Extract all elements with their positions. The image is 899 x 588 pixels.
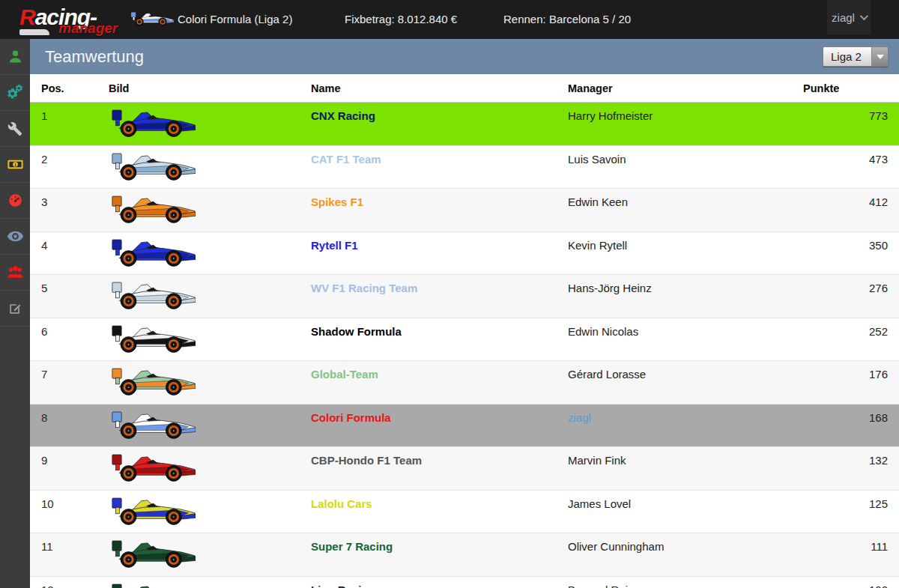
race-progress-label: Rennen: Barcelona 5 / 20 <box>503 0 631 39</box>
position-cell: 12 <box>30 577 109 588</box>
table-row[interactable]: 9 CBP-Hondo F1 TeamMarvin Fink132 <box>30 447 899 491</box>
current-team-label: Colori Formula (Liga 2) <box>178 0 292 39</box>
main-content: Teamwertung Liga 2 Pos. Bild Name Manage… <box>30 39 899 588</box>
points-cell: 132 <box>803 447 899 490</box>
user-menu-label: ziagl <box>832 11 855 24</box>
sidebar-item-user[interactable] <box>0 39 30 75</box>
triangle-down-icon <box>877 55 884 59</box>
select-arrow-button[interactable] <box>871 47 888 66</box>
manager-name: Bernard Ruiss <box>568 577 803 588</box>
position-cell: 3 <box>30 189 109 231</box>
position-cell: 10 <box>30 491 109 533</box>
position-cell: 2 <box>30 146 109 189</box>
app-logo: Racing- manager <box>19 4 132 37</box>
position-cell: 4 <box>30 232 109 275</box>
manager-name: Gérard Lorasse <box>568 361 803 404</box>
team-car-image <box>109 232 311 275</box>
logo-subtext: manager <box>58 20 118 37</box>
team-name-link[interactable]: Spikes F1 <box>311 189 568 231</box>
manager-name: Edwin Keen <box>568 189 803 231</box>
position-cell: 1 <box>30 103 109 145</box>
sidebar-item-finances[interactable]: 1 <box>0 147 30 183</box>
table-row[interactable]: 3 Spikes F1Edwin Keen412 <box>30 189 899 232</box>
team-name-link[interactable]: Super 7 Racing <box>311 533 568 576</box>
points-cell: 412 <box>803 189 899 231</box>
sidebar-item-settings[interactable] <box>0 75 30 111</box>
manager-name: ziagl <box>568 404 803 447</box>
manager-name: James Lovel <box>568 491 803 533</box>
chevron-down-icon <box>860 12 868 20</box>
points-cell: 125 <box>803 491 899 533</box>
logo-text: R <box>19 4 35 29</box>
position-cell: 8 <box>30 404 109 447</box>
standings-body: 1 CNX RacingHarry Hofmeister7732 <box>30 103 899 588</box>
gauge-icon <box>7 193 23 208</box>
table-row[interactable]: 4 Rytell F1Kevin Rytell350 <box>30 232 899 276</box>
team-name-link[interactable]: Colori Formula <box>311 404 568 447</box>
points-cell: 252 <box>803 318 899 361</box>
table-row[interactable]: 8 Colori Formulaziagl168 <box>30 404 899 448</box>
table-row[interactable]: 1 CNX RacingHarry Hofmeister773 <box>30 103 899 146</box>
points-cell: 176 <box>803 361 899 404</box>
sidebar-item-telemetry[interactable] <box>0 183 30 219</box>
sidebar-item-observe[interactable] <box>0 219 30 255</box>
svg-text:1: 1 <box>13 162 16 167</box>
position-cell: 5 <box>30 275 109 318</box>
points-cell: 100 <box>803 577 899 588</box>
league-select-value: Liga 2 <box>823 47 871 66</box>
points-cell: 276 <box>803 275 899 318</box>
sidebar-item-edit[interactable] <box>0 291 30 327</box>
table-row[interactable]: 7 Global-TeamGérard Lorasse176 <box>30 361 899 404</box>
team-car-image <box>109 275 311 318</box>
team-car-image <box>109 533 311 576</box>
table-row[interactable]: 5 WV F1 Racing TeamHans-Jörg Heinz276 <box>30 275 899 318</box>
sidebar-item-workshop[interactable] <box>0 111 30 147</box>
manager-name: Harry Hofmeister <box>568 103 803 145</box>
money-icon: 1 <box>7 156 24 173</box>
position-cell: 11 <box>30 533 109 576</box>
points-cell: 350 <box>803 232 899 275</box>
group-icon <box>7 264 24 281</box>
table-row[interactable]: 2 CAT F1 TeamLuis Savoin473 <box>30 146 899 190</box>
user-icon <box>7 49 23 64</box>
logo-car-shape <box>19 29 49 35</box>
position-cell: 7 <box>30 361 109 404</box>
team-name-link[interactable]: Shadow Formula <box>311 318 568 361</box>
col-header-punkte: Punkte <box>803 82 899 94</box>
sidebar-item-teams[interactable] <box>0 255 30 291</box>
table-row[interactable]: 11 Super 7 RacingOliver Cunningham111 <box>30 533 899 577</box>
team-car-image <box>109 189 311 231</box>
sidebar-nav: 1 <box>0 39 30 588</box>
col-header-name: Name <box>311 82 568 94</box>
team-name-link[interactable]: Global-Team <box>311 361 568 404</box>
manager-name: Kevin Rytell <box>568 232 803 275</box>
points-cell: 773 <box>803 103 899 145</box>
team-name-link[interactable]: Rytell F1 <box>311 232 568 275</box>
page-title: Teamwertung <box>30 39 899 74</box>
manager-name: Hans-Jörg Heinz <box>568 275 803 318</box>
manager-name: Edwin Nicolas <box>568 318 803 361</box>
team-name-link[interactable]: WV F1 Racing Team <box>311 275 568 318</box>
manager-name: Luis Savoin <box>568 146 803 189</box>
points-cell: 168 <box>803 404 899 447</box>
team-name-link[interactable]: CBP-Hondo F1 Team <box>311 447 568 490</box>
page-header: Teamwertung Liga 2 <box>30 39 899 74</box>
team-name-link[interactable]: CAT F1 Team <box>311 146 568 189</box>
team-name-link[interactable]: Lion Racing <box>311 577 568 588</box>
top-bar: Racing- manager Colori Formula (Liga 2) … <box>0 0 899 39</box>
edit-icon <box>7 301 22 316</box>
wrench-icon <box>7 121 22 136</box>
team-car-image <box>109 447 311 490</box>
user-menu-button[interactable]: ziagl <box>827 0 871 34</box>
position-cell: 6 <box>30 318 109 361</box>
table-row[interactable]: 6 Shadow FormulaEdwin Nicolas252 <box>30 318 899 362</box>
points-cell: 111 <box>803 533 899 576</box>
team-name-link[interactable]: CNX Racing <box>311 103 568 145</box>
team-car-image <box>109 146 311 189</box>
team-name-link[interactable]: Lalolu Cars <box>311 491 568 533</box>
table-row[interactable]: 12 Lion RacingBernard Ruiss100 <box>30 577 899 588</box>
league-select[interactable]: Liga 2 <box>823 46 889 67</box>
table-row[interactable]: 10 Lalolu CarsJames Lovel125 <box>30 491 899 534</box>
team-car-image <box>109 318 311 361</box>
manager-name: Oliver Cunningham <box>568 533 803 576</box>
